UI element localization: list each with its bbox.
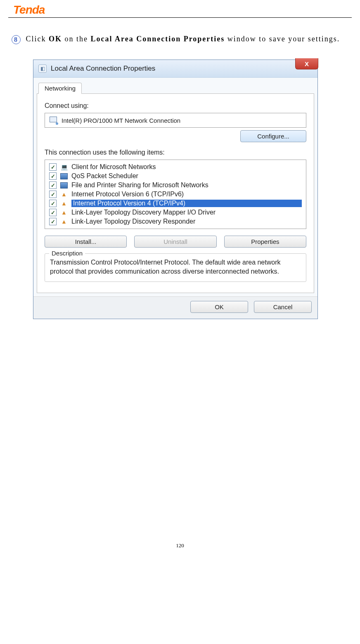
- service-icon: [60, 181, 68, 189]
- list-item-label: Link-Layer Topology Discovery Responder: [71, 218, 302, 225]
- properties-button[interactable]: Properties: [224, 236, 306, 248]
- instr-bold2: Local Area Connection Properties: [91, 35, 225, 43]
- uninstall-button: Uninstall: [134, 236, 216, 248]
- protocol-icon: ▲: [60, 209, 68, 216]
- configure-button-label: Configure...: [257, 133, 289, 140]
- description-group: Description Transmission Control Protoco…: [45, 253, 306, 282]
- client-icon: 💻: [60, 163, 68, 171]
- step-number-badge: 8: [12, 35, 21, 44]
- protocol-icon: ▲: [60, 191, 68, 198]
- protocol-icon: ▲: [60, 218, 68, 225]
- instruction-text: 8 Click OK on the Local Area Connection …: [8, 30, 352, 55]
- adapter-field[interactable]: Intel(R) PRO/1000 MT Network Connection: [45, 113, 306, 128]
- network-adapter-icon: [49, 117, 57, 124]
- instr-mid: on the: [62, 35, 91, 43]
- checkbox[interactable]: ✓: [49, 191, 57, 198]
- configure-button[interactable]: Configure...: [240, 130, 306, 142]
- protocol-icon: ▲: [60, 200, 68, 207]
- properties-window: ◧ Local Area Connection Properties X Net…: [33, 60, 318, 319]
- adapter-name: Intel(R) PRO/1000 MT Network Connection: [62, 117, 180, 124]
- window-client-area: Networking Connect using: Intel(R) PRO/1…: [33, 78, 317, 296]
- connect-using-label: Connect using:: [45, 102, 306, 110]
- checkbox[interactable]: ✓: [49, 181, 57, 189]
- brand-logo-text: Tenda: [13, 3, 45, 16]
- ok-button[interactable]: OK: [190, 301, 248, 313]
- cancel-button[interactable]: Cancel: [254, 301, 312, 313]
- tab-label: Networking: [45, 85, 76, 92]
- list-item[interactable]: ✓File and Printer Sharing for Microsoft …: [47, 181, 303, 190]
- items-label: This connection uses the following items…: [45, 149, 306, 156]
- header-divider: [8, 17, 352, 18]
- properties-button-label: Properties: [251, 238, 279, 245]
- tab-networking[interactable]: Networking: [38, 83, 82, 94]
- ok-button-label: OK: [215, 303, 224, 310]
- brand-logo: Tenda: [8, 0, 352, 17]
- tab-panel: Connect using: Intel(R) PRO/1000 MT Netw…: [37, 94, 314, 293]
- window-titlebar[interactable]: ◧ Local Area Connection Properties X: [33, 60, 317, 78]
- page-number: 120: [8, 542, 352, 553]
- list-item[interactable]: ✓▲Link-Layer Topology Discovery Responde…: [47, 217, 303, 226]
- window-icon: ◧: [38, 64, 47, 73]
- service-icon: [60, 172, 68, 180]
- instr-bold1: OK: [49, 35, 62, 43]
- dialog-footer: OK Cancel: [33, 296, 317, 319]
- list-item-label: Client for Microsoft Networks: [71, 163, 302, 171]
- list-item[interactable]: ✓▲Internet Protocol Version 6 (TCP/IPv6): [47, 190, 303, 199]
- instr-pre: Click: [26, 35, 49, 43]
- checkbox[interactable]: ✓: [49, 172, 57, 180]
- connection-items-list[interactable]: ✓💻Client for Microsoft Networks✓QoS Pack…: [45, 160, 306, 229]
- list-item-label: Internet Protocol Version 6 (TCP/IPv6): [71, 191, 302, 198]
- install-button[interactable]: Install...: [45, 236, 127, 248]
- description-legend: Description: [49, 249, 85, 258]
- description-text: Transmission Control Protocol/Internet P…: [50, 259, 281, 275]
- cancel-button-label: Cancel: [273, 303, 293, 310]
- list-item[interactable]: ✓▲Internet Protocol Version 4 (TCP/IPv4): [47, 199, 303, 208]
- list-item[interactable]: ✓💻Client for Microsoft Networks: [47, 162, 303, 172]
- close-icon: X: [305, 60, 309, 67]
- checkbox[interactable]: ✓: [49, 163, 57, 171]
- list-item-label: File and Printer Sharing for Microsoft N…: [71, 181, 302, 189]
- list-item-label: Internet Protocol Version 4 (TCP/IPv4): [71, 200, 302, 207]
- checkbox[interactable]: ✓: [49, 200, 57, 207]
- instr-post: window to save your settings.: [225, 35, 340, 43]
- list-item[interactable]: ✓QoS Packet Scheduler: [47, 172, 303, 181]
- checkbox[interactable]: ✓: [49, 218, 57, 225]
- install-button-label: Install...: [75, 238, 97, 245]
- close-button[interactable]: X: [295, 58, 318, 69]
- list-item-label: QoS Packet Scheduler: [71, 172, 302, 180]
- uninstall-button-label: Uninstall: [163, 238, 187, 245]
- embedded-screenshot: ◧ Local Area Connection Properties X Net…: [33, 60, 318, 319]
- checkbox[interactable]: ✓: [49, 209, 57, 216]
- list-item[interactable]: ✓▲Link-Layer Topology Discovery Mapper I…: [47, 208, 303, 217]
- list-item-label: Link-Layer Topology Discovery Mapper I/O…: [71, 209, 302, 216]
- window-title: Local Area Connection Properties: [51, 64, 155, 73]
- tab-strip: Networking: [37, 80, 314, 94]
